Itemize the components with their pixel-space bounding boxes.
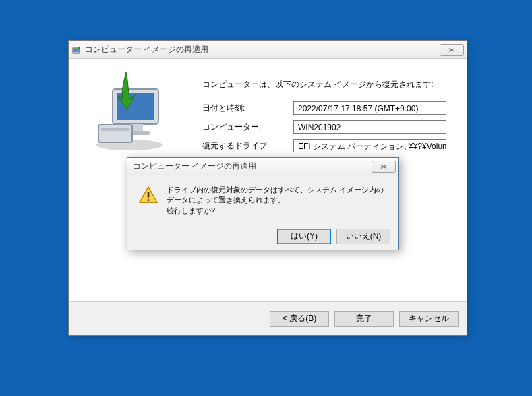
field-datetime: 日付と時刻: 2022/07/17 17:18:57 (GMT+9:00) — [202, 101, 446, 115]
back-button[interactable]: < 戻る(B) — [270, 311, 329, 327]
dialog-close-button[interactable] — [372, 161, 396, 173]
svg-rect-8 — [101, 128, 129, 131]
titlebar: コンピューター イメージの再適用 — [69, 41, 467, 59]
drives-label: 復元するドライブ: — [202, 140, 293, 152]
svg-rect-9 — [148, 192, 150, 197]
field-computer: コンピューター: WIN201902 — [202, 120, 446, 134]
svg-point-10 — [147, 199, 149, 201]
datetime-value: 2022/07/17 17:18:57 (GMT+9:00) — [293, 101, 446, 115]
cancel-button[interactable]: キャンセル — [399, 311, 459, 327]
svg-rect-7 — [98, 125, 132, 142]
close-button[interactable] — [440, 44, 464, 56]
dialog-message-line1: ドライブ内の復元対象のデータはすべて、システム イメージ内のデータによって置き換… — [167, 185, 389, 206]
computer-value: WIN201902 — [293, 120, 446, 134]
no-button[interactable]: いいえ(N) — [336, 229, 390, 244]
wizard-main: コンピューターは、以下のシステム イメージから復元されます: 日付と時刻: 20… — [202, 79, 446, 158]
window-title: コンピューター イメージの再適用 — [85, 44, 440, 55]
computer-label: コンピューター: — [202, 121, 293, 133]
field-drives: 復元するドライブ: EFI システム パーティション, ¥¥?¥Volume(6 — [202, 139, 446, 152]
app-icon — [71, 45, 82, 55]
dialog-message: ドライブ内の復元対象のデータはすべて、システム イメージ内のデータによって置き換… — [167, 185, 389, 216]
warning-icon — [138, 185, 158, 205]
confirm-dialog: コンピューター イメージの再適用 ドライブ内の復元対象のデータはすべて、システム… — [127, 157, 399, 250]
dialog-footer: はい(Y) いいえ(N) — [127, 223, 398, 250]
dialog-titlebar: コンピューター イメージの再適用 — [127, 158, 398, 175]
yes-button[interactable]: はい(Y) — [277, 229, 331, 244]
heading-text: コンピューターは、以下のシステム イメージから復元されます: — [202, 79, 446, 90]
dialog-message-line2: 続行しますか? — [167, 206, 389, 216]
drives-value: EFI システム パーティション, ¥¥?¥Volume(6 — [293, 139, 446, 152]
wizard-illustration — [89, 72, 170, 153]
dialog-body: ドライブ内の復元対象のデータはすべて、システム イメージ内のデータによって置き換… — [127, 175, 398, 216]
finish-button[interactable]: 完了 — [334, 311, 394, 327]
dialog-title: コンピューター イメージの再適用 — [130, 161, 372, 172]
datetime-label: 日付と時刻: — [202, 103, 293, 114]
wizard-footer: < 戻る(B) 完了 キャンセル — [69, 302, 467, 335]
